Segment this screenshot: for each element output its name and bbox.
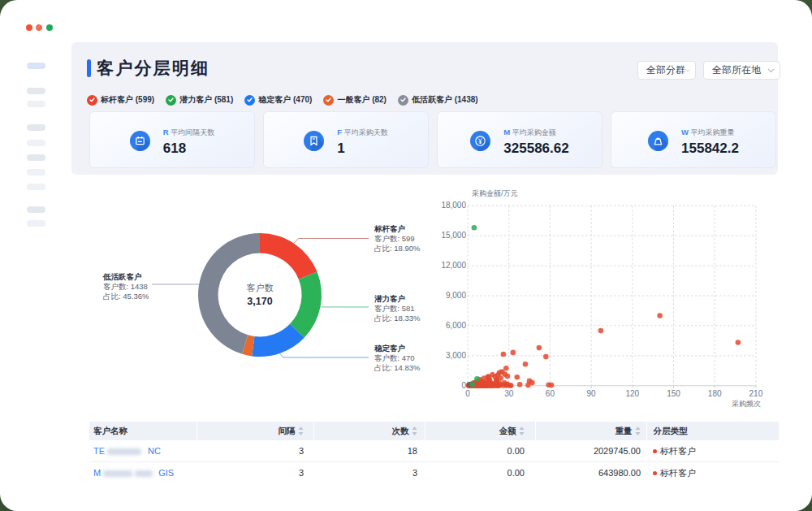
svg-text:9,000: 9,000 [446,291,466,300]
svg-text:150: 150 [667,389,680,398]
svg-text:90: 90 [587,389,597,398]
svg-text:采购频次: 采购频次 [732,400,761,408]
svg-text:12,000: 12,000 [441,261,466,270]
svg-text:客户数: 581: 客户数: 581 [374,304,415,313]
svg-text:18,000: 18,000 [441,201,466,210]
svg-text:0: 0 [465,389,470,398]
svg-text:占比: 18.33%: 占比: 18.33% [374,314,421,323]
svg-text:稳定客户: 稳定客户 [374,344,405,353]
svg-text:采购金额/万元: 采购金额/万元 [472,189,518,197]
svg-text:120: 120 [625,389,639,398]
svg-text:15,000: 15,000 [441,231,466,240]
svg-text:低活跃客户: 低活跃客户 [102,272,141,281]
svg-text:3,000: 3,000 [446,351,466,360]
svg-text:30: 30 [504,389,514,398]
svg-text:占比: 14.83%: 占比: 14.83% [374,363,421,372]
svg-text:6,000: 6,000 [446,321,466,330]
svg-text:客户数: 1438: 客户数: 1438 [103,282,148,291]
svg-text:客户数: 599: 客户数: 599 [374,234,415,243]
svg-text:客户数: 客户数 [247,283,274,292]
svg-text:210: 210 [749,389,763,398]
svg-text:潜力客户: 潜力客户 [374,294,405,303]
svg-text:60: 60 [546,389,555,398]
svg-text:标杆客户: 标杆客户 [374,224,405,233]
svg-text:180: 180 [708,389,722,398]
svg-text:占比: 45.36%: 占比: 45.36% [103,292,149,301]
svg-text:占比: 18.90%: 占比: 18.90% [374,244,421,253]
svg-text:客户数: 470: 客户数: 470 [374,353,415,362]
svg-text:3,170: 3,170 [247,296,272,307]
